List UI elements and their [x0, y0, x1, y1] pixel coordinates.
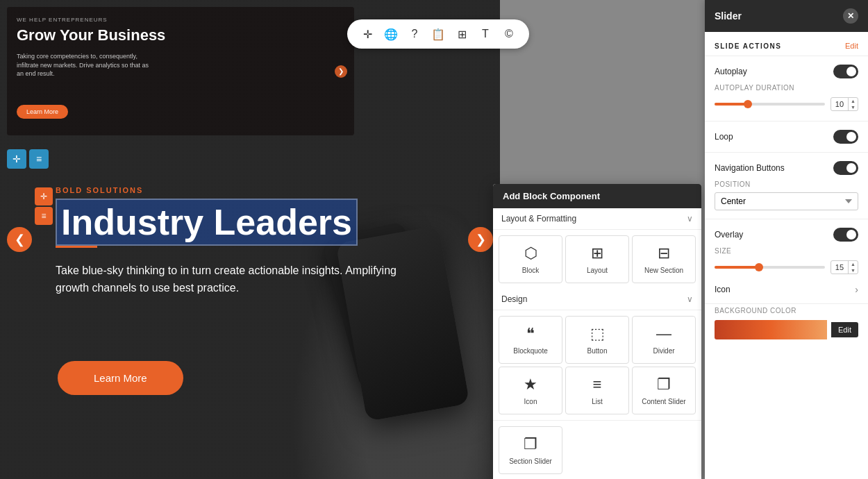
- nav-buttons-label: Navigation Buttons: [715, 163, 785, 173]
- add-block-title: Add Block Component: [503, 191, 600, 201]
- slide-actions-label: SLIDE ACTIONS: [715, 42, 781, 50]
- blockquote-icon: ❝: [526, 325, 535, 343]
- preview-learn-more-button[interactable]: Learn More: [17, 105, 68, 119]
- add-block-header: Add Block Component: [493, 184, 701, 208]
- new-section-item[interactable]: ⊟ New Section: [632, 235, 696, 283]
- content-slider-icon: ❐: [657, 376, 671, 394]
- bg-color-edit-button[interactable]: Edit: [831, 322, 858, 337]
- divider-label: Divider: [653, 347, 674, 355]
- size-sub-label: Size: [705, 247, 868, 258]
- extra-icon-grid: ❐ Section Slider: [493, 420, 701, 479]
- size-up-arrow[interactable]: ▲: [849, 261, 858, 267]
- divider-item[interactable]: — Divider: [632, 316, 696, 364]
- list-item[interactable]: ≡ List: [565, 367, 629, 414]
- add-block-panel: Add Block Component Layout & Formatting …: [493, 184, 701, 479]
- slide-paragraph: Take blue-sky thinking to in turn create…: [56, 262, 417, 297]
- section-slider-item[interactable]: ❐ Section Slider: [499, 426, 562, 474]
- preview-arrow-right[interactable]: ❯: [335, 65, 347, 78]
- autoplay-up-arrow[interactable]: ▲: [849, 98, 858, 104]
- autoplay-duration-value: 10: [831, 99, 848, 110]
- layout-label: Layout: [587, 267, 608, 274]
- layout-icon: ⊞: [591, 244, 603, 262]
- slider-settings-panel: Slider ✕ SLIDE ACTIONS Edit Autoplay Aut…: [705, 0, 868, 479]
- close-panel-button[interactable]: ✕: [843, 8, 858, 24]
- autoplay-toggle[interactable]: [833, 65, 858, 78]
- left-move-handle[interactable]: ✛: [35, 187, 53, 205]
- size-value: 15: [831, 262, 848, 273]
- button-item[interactable]: ⬚ Button: [565, 316, 629, 364]
- overlay-toggle[interactable]: [833, 228, 858, 242]
- autoplay-duration-value-box: 10 ▲ ▼: [831, 97, 858, 111]
- size-down-arrow[interactable]: ▼: [849, 267, 858, 274]
- slide-actions-edit-link[interactable]: Edit: [845, 42, 858, 50]
- bg-color-row: Edit: [705, 317, 868, 346]
- autoplay-duration-fill: [715, 103, 748, 106]
- move-handle[interactable]: ✛: [7, 149, 26, 169]
- slide-arrow-right[interactable]: ❯: [468, 227, 493, 252]
- size-thumb[interactable]: [755, 263, 763, 271]
- preview-title: Grow Your Business: [17, 26, 165, 44]
- content-slider-item[interactable]: ❐ Content Slider: [632, 367, 696, 414]
- industry-leaders-heading[interactable]: Industry Leaders: [56, 199, 358, 246]
- overlay-label: Overlay: [715, 230, 743, 239]
- list-label: List: [592, 398, 603, 405]
- drag-bar[interactable]: ✛ ≡: [7, 149, 49, 169]
- autoplay-down-arrow[interactable]: ▼: [849, 104, 858, 110]
- layout-section-row[interactable]: Layout & Formatting ∨: [493, 208, 701, 230]
- media-icon[interactable]: ©: [499, 24, 519, 44]
- nav-buttons-toggle[interactable]: [833, 161, 858, 175]
- bold-solutions-label: BOLD SOLUTIONS: [56, 186, 143, 194]
- menu-handle[interactable]: ≡: [29, 149, 49, 169]
- loop-row: Loop: [705, 124, 868, 149]
- size-slider-row: 15 ▲ ▼: [705, 258, 868, 281]
- grid-icon[interactable]: ⊞: [451, 24, 472, 44]
- position-select[interactable]: Left Center Right: [715, 192, 858, 210]
- icon-item[interactable]: ★ Icon: [499, 367, 562, 414]
- preview-top-label: WE HELP ENTREPRENEURS: [17, 17, 108, 23]
- blockquote-item[interactable]: ❝ Blockquote: [499, 316, 562, 364]
- slide-arrow-left[interactable]: ❮: [7, 227, 32, 252]
- icon-row: Icon ›: [705, 281, 868, 301]
- design-chevron-icon: ∨: [687, 294, 693, 304]
- slider-panel-title: Slider: [715, 10, 742, 22]
- autoplay-duration-slider-row: 10 ▲ ▼: [705, 94, 868, 118]
- block-icon: ⬡: [524, 244, 537, 262]
- autoplay-row: Autoplay: [705, 59, 868, 84]
- icon-row-chevron[interactable]: ›: [855, 284, 858, 295]
- clipboard-icon[interactable]: 📋: [428, 24, 449, 44]
- content-slider-label: Content Slider: [642, 398, 685, 405]
- autoplay-duration-track[interactable]: [715, 103, 825, 106]
- phone-graphic: [285, 132, 479, 479]
- preview-bg: WE HELP ENTREPRENEURS Grow Your Business…: [7, 7, 354, 135]
- learn-more-button[interactable]: Learn More: [58, 361, 183, 395]
- left-drag-bar[interactable]: ✛ ≡: [35, 187, 53, 225]
- slide-actions-section: SLIDE ACTIONS Edit: [705, 32, 868, 53]
- star-icon: ★: [524, 376, 537, 394]
- layout-chevron-icon: ∨: [687, 214, 693, 224]
- plus-icon[interactable]: ✛: [357, 24, 378, 44]
- bg-color-sub-label: Background Color: [705, 307, 868, 317]
- design-section-row[interactable]: Design ∨: [493, 289, 701, 310]
- toolbar-strip: ✛ 🌐 ? 📋 ⊞ T ©: [347, 19, 529, 49]
- size-track[interactable]: [715, 266, 825, 269]
- block-item[interactable]: ⬡ Block: [499, 235, 562, 283]
- slider-panel-header: Slider ✕: [705, 0, 868, 32]
- bg-color-swatch[interactable]: [715, 320, 827, 339]
- autoplay-duration-thumb[interactable]: [744, 100, 752, 108]
- loop-toggle[interactable]: [833, 130, 858, 144]
- loop-label: Loop: [715, 132, 733, 142]
- overlay-row: Overlay: [705, 222, 868, 247]
- left-menu-handle[interactable]: ≡: [35, 207, 53, 225]
- nav-buttons-row: Navigation Buttons: [705, 156, 868, 180]
- help-icon[interactable]: ?: [404, 24, 425, 44]
- section-slider-label: Section Slider: [509, 457, 552, 465]
- globe-icon[interactable]: 🌐: [381, 24, 401, 44]
- layout-item[interactable]: ⊞ Layout: [565, 235, 629, 283]
- new-section-icon: ⊟: [658, 244, 670, 262]
- size-steppers: ▲ ▼: [848, 261, 858, 274]
- list-icon: ≡: [593, 376, 602, 394]
- text-icon[interactable]: T: [475, 24, 496, 44]
- autoplay-duration-label: Autoplay Duration: [705, 84, 868, 94]
- icon-row-label: Icon: [715, 285, 731, 294]
- position-sub-label: Position: [705, 180, 868, 191]
